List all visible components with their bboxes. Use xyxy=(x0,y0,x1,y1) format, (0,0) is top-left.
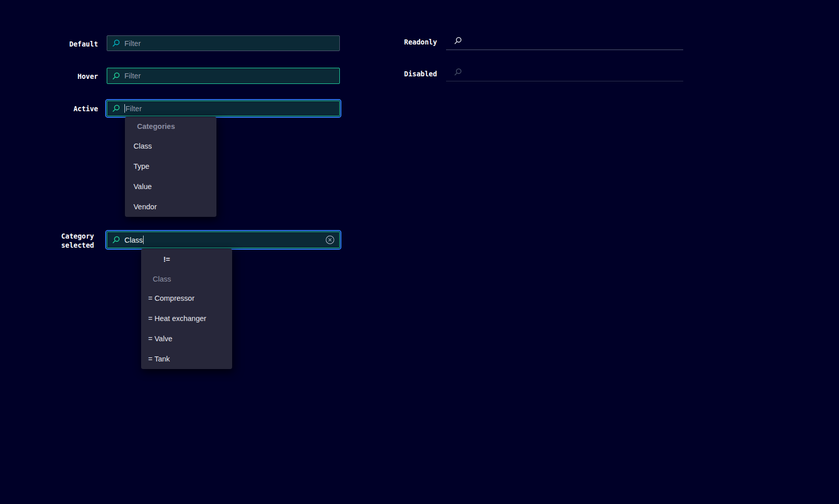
dropdown-item-not-equal-operator[interactable]: != xyxy=(141,249,232,270)
search-icon xyxy=(112,72,120,80)
filter-input-default[interactable]: Filter xyxy=(107,35,340,51)
dropdown-item-compressor[interactable]: = Compressor xyxy=(141,288,232,308)
text-caret xyxy=(124,104,125,113)
filter-input-category-selected[interactable]: Class xyxy=(107,232,340,248)
filter-value: Class xyxy=(124,236,143,244)
state-label-default: Default xyxy=(30,39,98,49)
search-icon xyxy=(112,39,120,48)
dropdown-item-valve[interactable]: = Valve xyxy=(141,329,232,349)
dropdown-item-class[interactable]: Class xyxy=(125,136,216,156)
search-icon xyxy=(454,68,462,76)
state-label-category-selected: Categoryselected xyxy=(30,232,94,250)
filter-placeholder: Filter xyxy=(124,39,141,48)
dropdown-item-heat-exchanger[interactable]: = Heat exchanger xyxy=(141,308,232,329)
state-label-disabled: Disabled xyxy=(404,69,437,78)
categories-dropdown: Categories Class Type Value Vendor xyxy=(125,117,216,217)
clear-icon xyxy=(325,235,335,245)
clear-filter-button[interactable] xyxy=(325,235,335,245)
search-icon xyxy=(112,104,120,113)
filter-input-disabled xyxy=(446,63,683,81)
dropdown-header-categories: Categories xyxy=(125,117,216,136)
dropdown-item-type[interactable]: Type xyxy=(125,156,216,176)
state-label-readonly: Readonly xyxy=(404,37,437,47)
search-icon xyxy=(112,236,120,244)
filter-input-active[interactable]: Filter xyxy=(107,101,340,116)
search-icon xyxy=(454,36,462,45)
dropdown-group-header-class: Class xyxy=(141,270,232,288)
state-label-category-line2: selected xyxy=(61,241,94,249)
text-caret xyxy=(143,236,144,244)
state-label-active: Active xyxy=(30,104,98,113)
filter-placeholder: Filter xyxy=(125,105,142,113)
state-label-hover: Hover xyxy=(30,72,98,81)
filter-input-readonly[interactable] xyxy=(446,31,683,50)
operators-dropdown: != Class = Compressor = Heat exchanger =… xyxy=(141,249,232,369)
dropdown-item-value[interactable]: Value xyxy=(125,176,216,197)
dropdown-item-vendor[interactable]: Vendor xyxy=(125,197,216,217)
dropdown-item-tank[interactable]: = Tank xyxy=(141,349,232,369)
state-label-category-line1: Category xyxy=(61,232,94,240)
filter-input-hover[interactable]: Filter xyxy=(107,68,340,84)
filter-placeholder: Filter xyxy=(124,72,141,80)
filter-component-showcase: Default Hover Active Categoryselected Re… xyxy=(0,0,839,504)
